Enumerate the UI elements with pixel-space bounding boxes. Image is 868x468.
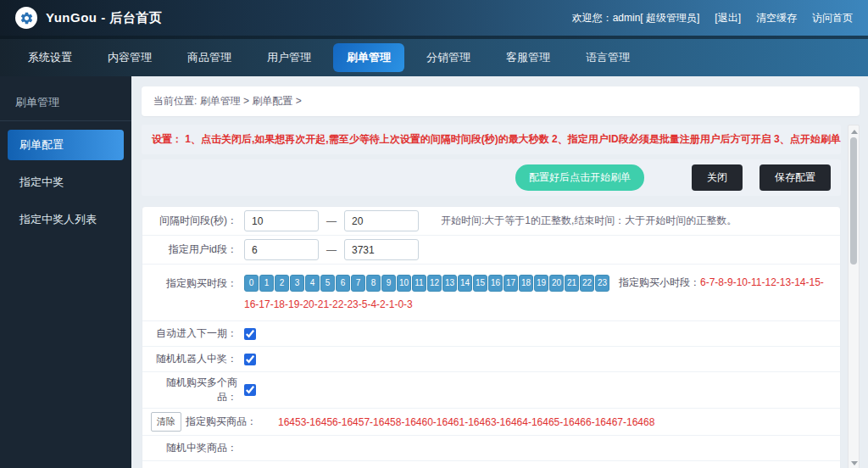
hour-button-4[interactable]: 4 [305,275,320,292]
interval-from-input[interactable] [244,210,319,231]
buy-goods-label: 指定购买商品： [186,415,257,429]
main-nav: 系统设置内容管理商品管理用户管理刷单管理分销管理客服管理语言管理 [0,36,868,76]
hour-button-5[interactable]: 5 [320,275,335,292]
range-dash: — [326,215,337,227]
user-id-label: 指定用户id段： [151,242,244,257]
hour-button-7[interactable]: 7 [351,275,365,292]
hour-button-12[interactable]: 12 [427,275,442,292]
auto-next-label: 自动进入下一期： [151,326,244,341]
clear-cache-link[interactable]: 清空缓存 [756,11,797,25]
hour-button-8[interactable]: 8 [366,275,381,292]
main-content: 当前位置: 刷单管理 > 刷单配置 > 设置： 1、点击关闭后,如果想再次开起,… [131,76,868,468]
sidebar-section-title: 刷单管理 [0,85,131,121]
close-button[interactable]: 关闭 [692,164,743,191]
hour-buttons-group: 01234567891011121314151617181920212223指定… [244,271,832,315]
random-win-goods-label: 随机中奖商品： [151,441,244,455]
scrollbar[interactable] [848,125,860,468]
scrollbar-thumb[interactable] [850,137,857,265]
hour-button-14[interactable]: 14 [458,275,472,292]
random-win-goods-row: 随机中奖商品： [142,436,840,461]
user-id-from-input[interactable] [244,239,319,260]
hour-button-10[interactable]: 10 [397,275,411,292]
interval-label: 间隔时间段(秒)： [151,214,244,228]
nav-item-3[interactable]: 商品管理 [174,43,245,72]
user-id-to-input[interactable] [344,239,419,260]
save-config-button[interactable]: 保存配置 [760,164,831,191]
auto-next-checkbox[interactable] [244,328,256,340]
nav-item-8[interactable]: 语言管理 [572,43,643,72]
hour-button-13[interactable]: 13 [442,275,457,292]
clear-button[interactable]: 清除 [151,412,181,432]
breadcrumb-text: 当前位置: 刷单管理 > 刷单配置 > [153,95,302,107]
logout-link[interactable]: [退出] [715,11,741,25]
config-form-card: 间隔时间段(秒)： — 开始时间:大于等于1的正整数,结束时间：大于开始时间的正… [142,206,841,468]
random-bot-checkbox[interactable] [244,354,256,365]
random-bot-label: 随机机器人中奖： [151,352,244,366]
buy-hours-label: 指定购买时段： [151,276,244,291]
hour-button-9[interactable]: 9 [381,275,396,292]
nav-item-1[interactable]: 系统设置 [14,43,86,72]
scroll-down-icon[interactable] [851,461,858,465]
hour-button-20[interactable]: 20 [549,275,564,292]
topbar-links: 欢迎您：admin[ 超级管理员] [退出] 清空缓存 访问首页 [572,11,853,25]
hour-button-19[interactable]: 19 [534,275,548,292]
welcome-text: 欢迎您：admin[ 超级管理员] [572,11,700,25]
nav-item-7[interactable]: 客服管理 [492,43,564,72]
buy-goods-row: 清除 指定购买商品： 16453-16456-16457-16458-16460… [142,409,840,436]
sidebar-item-3[interactable]: 指定中奖人列表 [8,204,124,235]
interval-row: 间隔时间段(秒)： — 开始时间:大于等于1的正整数,结束时间：大于开始时间的正… [142,207,840,236]
notice-label: 设置： [152,133,182,145]
hour-button-11[interactable]: 11 [412,275,426,292]
start-brush-button[interactable]: 配置好后点击开始刷单 [515,164,644,191]
hour-button-22[interactable]: 22 [580,275,594,292]
nav-item-5[interactable]: 刷单管理 [333,43,404,72]
sidebar: 刷单管理 刷单配置指定中奖指定中奖人列表 [0,76,131,468]
nav-item-4[interactable]: 用户管理 [253,43,325,72]
breadcrumb: 当前位置: 刷单管理 > 刷单配置 > [142,86,860,116]
visit-site-link[interactable]: 访问首页 [812,11,853,25]
scroll-up-icon[interactable] [851,130,858,134]
hour-button-1[interactable]: 1 [259,275,274,292]
random-bot-row: 随机机器人中奖： [142,347,840,372]
user-id-row: 指定用户id段： — [142,236,840,265]
nav-item-2[interactable]: 内容管理 [94,43,165,72]
random-multi-label: 随机购买多个商品： [151,376,244,404]
interval-hint: 开始时间:大于等于1的正整数,结束时间：大于开始时间的正整数。 [441,214,737,228]
buy-goods-value: 16453-16456-16457-16458-16460-16461-1646… [278,416,654,428]
sidebar-item-1[interactable]: 刷单配置 [8,130,124,160]
hour-button-6[interactable]: 6 [336,275,350,292]
topbar: YunGou - 后台首页 欢迎您：admin[ 超级管理员] [退出] 清空缓… [0,0,868,36]
hour-button-0[interactable]: 0 [244,275,259,292]
hot-buy-goods-row: 人气购买商品： [142,461,840,468]
app-title: YunGou - 后台首页 [46,10,162,26]
auto-next-row: 自动进入下一期： [142,321,840,347]
action-toolbar: 配置好后点击开始刷单 关闭 保存配置 [142,159,841,196]
gear-icon [19,11,34,25]
sidebar-item-2[interactable]: 指定中奖 [8,167,124,198]
buy-hours-row: 指定购买时段： 01234567891011121314151617181920… [142,265,840,321]
hour-button-16[interactable]: 16 [488,275,503,292]
random-multi-row: 随机购买多个商品： [142,372,840,409]
hour-button-18[interactable]: 18 [519,275,533,292]
selected-hours-label: 指定购买小时段： [619,276,700,288]
sidebar-menu: 刷单配置指定中奖指定中奖人列表 [0,130,131,235]
hour-button-2[interactable]: 2 [275,275,289,292]
interval-to-input[interactable] [344,210,419,231]
range-dash: — [326,244,337,256]
hour-button-17[interactable]: 17 [504,275,518,292]
nav-item-6[interactable]: 分销管理 [413,43,484,72]
app-logo [15,7,37,29]
hour-button-3[interactable]: 3 [290,275,304,292]
random-multi-checkbox[interactable] [244,384,256,396]
hour-button-21[interactable]: 21 [565,275,579,292]
hour-button-23[interactable]: 23 [595,275,609,292]
hour-button-15[interactable]: 15 [473,275,487,292]
notice-text: 1、点击关闭后,如果想再次开起,需至少等待上次设置的间隔时间段(秒)的最大秒数 … [185,133,840,145]
warning-notice: 设置： 1、点击关闭后,如果想再次开起,需至少等待上次设置的间隔时间段(秒)的最… [142,125,841,154]
